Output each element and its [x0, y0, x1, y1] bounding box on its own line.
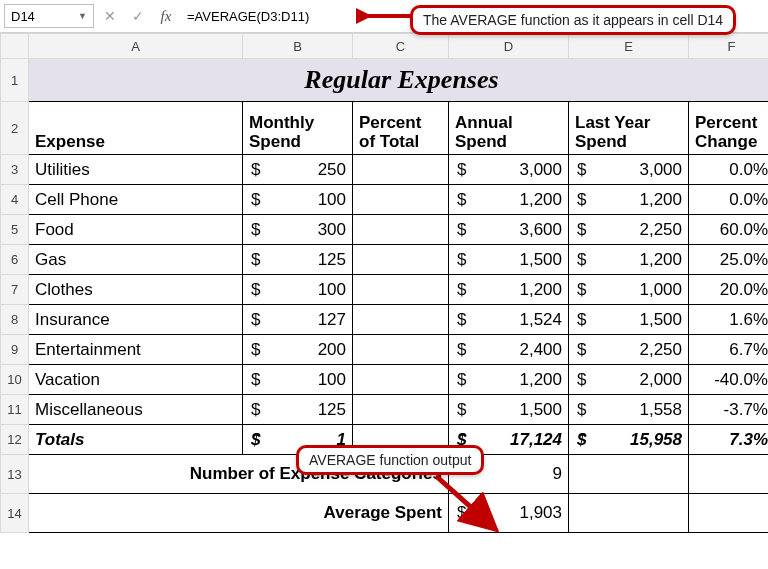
pct-change[interactable]: -40.0% — [689, 365, 769, 395]
expense-name[interactable]: Vacation — [29, 365, 243, 395]
average-value[interactable]: $1,903 — [449, 494, 569, 533]
table-row: 3Utilities$250$3,000$3,0000.0% — [1, 155, 769, 185]
monthly-spend[interactable]: $300 — [243, 215, 353, 245]
expense-name[interactable]: Miscellaneous — [29, 395, 243, 425]
annual-spend[interactable]: $1,524 — [449, 305, 569, 335]
cell[interactable] — [353, 365, 449, 395]
last-year-spend[interactable]: $2,250 — [569, 215, 689, 245]
monthly-spend[interactable]: $250 — [243, 155, 353, 185]
expense-name[interactable]: Insurance — [29, 305, 243, 335]
row-header[interactable]: 4 — [1, 185, 29, 215]
last-year-spend[interactable]: $1,558 — [569, 395, 689, 425]
annual-spend[interactable]: $1,500 — [449, 245, 569, 275]
col-header-b[interactable]: B — [243, 34, 353, 59]
expense-name[interactable]: Utilities — [29, 155, 243, 185]
pct-change[interactable]: 20.0% — [689, 275, 769, 305]
annual-spend[interactable]: $1,200 — [449, 365, 569, 395]
monthly-spend[interactable]: $125 — [243, 245, 353, 275]
hdr-pct-total[interactable]: Percent of Total — [353, 102, 449, 155]
cell[interactable] — [569, 494, 689, 533]
cell[interactable] — [689, 455, 769, 494]
annual-spend[interactable]: $1,200 — [449, 275, 569, 305]
monthly-spend[interactable]: $125 — [243, 395, 353, 425]
pct-change[interactable]: 6.7% — [689, 335, 769, 365]
totals-pct-change[interactable]: 7.3% — [689, 425, 769, 455]
last-year-spend[interactable]: $2,250 — [569, 335, 689, 365]
annual-spend[interactable]: $2,400 — [449, 335, 569, 365]
expense-name[interactable]: Cell Phone — [29, 185, 243, 215]
hdr-pct-change[interactable]: Percent Change — [689, 102, 769, 155]
pct-change[interactable]: 1.6% — [689, 305, 769, 335]
col-header-f[interactable]: F — [689, 34, 769, 59]
select-all-corner[interactable] — [1, 34, 29, 59]
last-year-spend[interactable]: $1,200 — [569, 245, 689, 275]
average-label[interactable]: Average Spent — [29, 494, 449, 533]
expense-name[interactable]: Gas — [29, 245, 243, 275]
last-year-spend[interactable]: $1,200 — [569, 185, 689, 215]
hdr-annual[interactable]: Annual Spend — [449, 102, 569, 155]
annual-spend[interactable]: $3,600 — [449, 215, 569, 245]
col-header-d[interactable]: D — [449, 34, 569, 59]
row-header[interactable]: 1 — [1, 59, 29, 102]
row-header[interactable]: 3 — [1, 155, 29, 185]
fx-button[interactable]: fx — [154, 4, 178, 28]
cell[interactable] — [353, 245, 449, 275]
expense-name[interactable]: Entertainment — [29, 335, 243, 365]
totals-label[interactable]: Totals — [29, 425, 243, 455]
pct-change[interactable]: 0.0% — [689, 185, 769, 215]
cell[interactable] — [353, 335, 449, 365]
monthly-spend[interactable]: $127 — [243, 305, 353, 335]
cell[interactable] — [353, 395, 449, 425]
row-header[interactable]: 14 — [1, 494, 29, 533]
name-box[interactable]: D14 ▼ — [4, 4, 94, 28]
row-header[interactable]: 6 — [1, 245, 29, 275]
hdr-last-year[interactable]: Last Year Spend — [569, 102, 689, 155]
annual-spend[interactable]: $3,000 — [449, 155, 569, 185]
cell[interactable] — [353, 155, 449, 185]
row-header[interactable]: 5 — [1, 215, 29, 245]
confirm-button[interactable]: ✓ — [126, 4, 150, 28]
expense-name[interactable]: Food — [29, 215, 243, 245]
pct-change[interactable]: 0.0% — [689, 155, 769, 185]
expense-name[interactable]: Clothes — [29, 275, 243, 305]
monthly-spend[interactable]: $100 — [243, 275, 353, 305]
col-header-c[interactable]: C — [353, 34, 449, 59]
last-year-spend[interactable]: $3,000 — [569, 155, 689, 185]
totals-last-year[interactable]: $15,958 — [569, 425, 689, 455]
row-header[interactable]: 13 — [1, 455, 29, 494]
row-header[interactable]: 7 — [1, 275, 29, 305]
monthly-spend[interactable]: $100 — [243, 365, 353, 395]
hdr-monthly[interactable]: Monthly Spend — [243, 102, 353, 155]
col-header-a[interactable]: A — [29, 34, 243, 59]
cell[interactable] — [353, 305, 449, 335]
row-header[interactable]: 9 — [1, 335, 29, 365]
last-year-spend[interactable]: $2,000 — [569, 365, 689, 395]
last-year-spend[interactable]: $1,000 — [569, 275, 689, 305]
monthly-spend[interactable]: $100 — [243, 185, 353, 215]
last-year-spend[interactable]: $1,500 — [569, 305, 689, 335]
sheet-title[interactable]: Regular Expenses — [29, 59, 769, 102]
cell[interactable] — [353, 185, 449, 215]
row-header[interactable]: 8 — [1, 305, 29, 335]
cell[interactable] — [689, 494, 769, 533]
formula-text: =AVERAGE(D3:D11) — [187, 9, 309, 24]
col-header-e[interactable]: E — [569, 34, 689, 59]
pct-change[interactable]: 25.0% — [689, 245, 769, 275]
formula-input[interactable]: =AVERAGE(D3:D11) — [182, 4, 327, 28]
annual-spend[interactable]: $1,500 — [449, 395, 569, 425]
cell[interactable] — [353, 275, 449, 305]
monthly-spend[interactable]: $200 — [243, 335, 353, 365]
pct-change[interactable]: -3.7% — [689, 395, 769, 425]
row-header[interactable]: 12 — [1, 425, 29, 455]
annual-spend[interactable]: $1,200 — [449, 185, 569, 215]
chevron-down-icon[interactable]: ▼ — [78, 11, 87, 21]
table-row: 9Entertainment$200$2,400$2,2506.7% — [1, 335, 769, 365]
cell[interactable] — [569, 455, 689, 494]
row-header[interactable]: 2 — [1, 102, 29, 155]
row-header[interactable]: 11 — [1, 395, 29, 425]
cell[interactable] — [353, 215, 449, 245]
hdr-expense[interactable]: Expense — [29, 102, 243, 155]
row-header[interactable]: 10 — [1, 365, 29, 395]
pct-change[interactable]: 60.0% — [689, 215, 769, 245]
cancel-button[interactable]: ✕ — [98, 4, 122, 28]
